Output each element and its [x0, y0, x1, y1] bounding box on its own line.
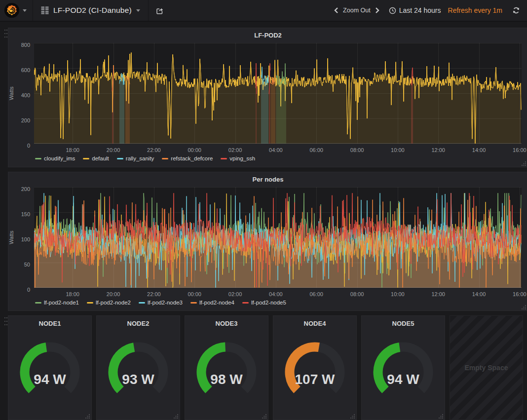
y-tick-label: 200	[21, 186, 30, 192]
refresh-dashboard-button[interactable]	[512, 6, 520, 14]
legend-swatch-icon	[190, 302, 197, 304]
legend-item-lf-pod2-node2[interactable]: lf-pod2-node2	[87, 300, 131, 305]
legend-label: lf-pod2-node1	[44, 300, 79, 305]
y-tick-label: 0	[27, 287, 30, 293]
navbar: LF-POD2 (CI-Danube) Zoom Out Last 2	[0, 0, 527, 22]
share-dashboard-button[interactable]	[149, 0, 171, 21]
panel-title[interactable]: NODE1	[8, 316, 91, 330]
y-tick-label: 0	[27, 143, 30, 149]
x-tick-label: 22:00	[147, 147, 161, 153]
graph-legend: cloudify_imsdefaultrally_sanityrefstack_…	[35, 155, 255, 161]
x-tick-label: 00:00	[188, 291, 201, 297]
y-tick-label: 800	[21, 42, 30, 48]
panel-resize-handle[interactable]	[521, 161, 526, 166]
panel-resize-handle[interactable]	[173, 414, 178, 419]
gauge-panel-node3: NODE398 W	[185, 315, 268, 420]
gauge-panel-node4: NODE4107 W	[273, 315, 357, 420]
legend-label: refstack_defcore	[171, 155, 213, 161]
legend-item-cloudify_ims[interactable]: cloudify_ims	[35, 155, 75, 161]
y-axis-ticks: 050100150200	[15, 187, 32, 288]
gauge-value: 98 W	[210, 372, 243, 387]
legend-item-lf-pod2-node5[interactable]: lf-pod2-node5	[242, 300, 286, 305]
time-range-picker[interactable]: Last 24 hours	[389, 6, 441, 14]
x-tick-label: 10:00	[391, 291, 405, 297]
y-tick-label: 600	[21, 67, 30, 73]
x-tick-label: 06:00	[309, 291, 323, 297]
gauge-panel-node5: NODE594 W	[361, 315, 445, 420]
refresh-icon	[512, 6, 520, 14]
legend-label: lf-pod2-node2	[96, 300, 131, 305]
legend-label: lf-pod2-node5	[251, 300, 286, 305]
chevron-down-icon	[23, 9, 27, 12]
legend-item-lf-pod2-node3[interactable]: lf-pod2-node3	[139, 300, 183, 305]
legend-item-rally_sanity[interactable]: rally_sanity	[117, 155, 154, 161]
legend-label: lf-pod2-node3	[148, 300, 183, 305]
power-graph-canvas[interactable]	[34, 43, 522, 144]
x-tick-label: 14:00	[472, 291, 486, 297]
chevron-left-icon	[334, 7, 339, 14]
panel-lf-pod2: LF-POD2 Watts 0200400600800 18:0020:0022…	[8, 28, 527, 167]
y-axis-label: Watts	[7, 187, 15, 288]
y-tick-label: 200	[21, 117, 30, 123]
legend-item-vping_ssh[interactable]: vping_ssh	[221, 155, 255, 161]
panel-resize-handle[interactable]	[85, 414, 90, 419]
legend-item-lf-pod2-node1[interactable]: lf-pod2-node1	[35, 300, 79, 305]
dashboard-grid: LF-POD2 Watts 0200400600800 18:0020:0022…	[0, 22, 527, 420]
legend-item-refstack_defcore[interactable]: refstack_defcore	[162, 155, 213, 161]
y-tick-label: 50	[24, 262, 30, 267]
legend-item-default[interactable]: default	[83, 155, 109, 161]
y-tick-label: 100	[21, 236, 30, 242]
panel-title[interactable]: LF-POD2	[8, 28, 527, 41]
legend-label: lf-pod2-node4	[199, 300, 234, 305]
time-range-label: Last 24 hours	[399, 6, 441, 14]
chevron-down-icon	[136, 9, 140, 12]
legend-label: default	[92, 155, 109, 161]
legend-label: rally_sanity	[126, 155, 154, 161]
empty-space-panel[interactable]: Empty Space	[450, 315, 523, 420]
legend-item-lf-pod2-node4[interactable]: lf-pod2-node4	[190, 300, 234, 305]
grafana-logo-button[interactable]	[0, 0, 33, 21]
legend-label: cloudify_ims	[44, 155, 75, 161]
nodes-graph-canvas[interactable]	[34, 187, 522, 288]
x-tick-label: 12:00	[431, 147, 445, 153]
gauge-chart: 93 W	[97, 330, 180, 409]
panel-title[interactable]: NODE5	[362, 316, 445, 330]
share-icon	[155, 6, 164, 15]
dashboard-title: LF-POD2 (CI-Danube)	[53, 6, 132, 15]
x-axis-ticks: 18:0020:0022:0000:0002:0004:0006:0008:00…	[34, 146, 522, 153]
time-shift-forward-button[interactable]	[375, 7, 380, 14]
legend-swatch-icon	[242, 302, 249, 304]
dashboard-picker[interactable]: LF-POD2 (CI-Danube)	[33, 0, 149, 21]
x-tick-label: 14:00	[472, 147, 486, 153]
refresh-interval-button[interactable]: Refresh every 1m	[448, 6, 502, 14]
x-tick-label: 18:00	[66, 291, 79, 297]
x-tick-label: 08:00	[350, 147, 364, 153]
gauge-panel-node2: NODE293 W	[96, 315, 180, 420]
gauge-chart: 98 W	[185, 330, 268, 409]
x-tick-label: 04:00	[269, 147, 283, 153]
x-axis-ticks: 18:0020:0022:0000:0002:0004:0006:0008:00…	[34, 290, 522, 298]
legend-swatch-icon	[162, 158, 168, 159]
empty-space-label: Empty Space	[465, 364, 508, 372]
panel-title[interactable]: Per nodes	[8, 172, 527, 185]
zoom-out-button[interactable]: Zoom Out	[343, 7, 371, 14]
time-shift-back-button[interactable]	[334, 7, 339, 14]
panel-title[interactable]: NODE2	[97, 316, 180, 330]
x-tick-label: 08:00	[350, 291, 364, 297]
x-tick-label: 16:00	[513, 147, 527, 153]
row-drag-handle[interactable]	[4, 30, 7, 40]
y-axis-ticks: 0200400600800	[15, 43, 32, 144]
row-drag-handle[interactable]	[4, 317, 7, 328]
panel-resize-handle[interactable]	[262, 414, 266, 419]
clock-icon	[389, 7, 396, 14]
x-tick-label: 10:00	[391, 147, 405, 153]
panel-per-nodes: Per nodes Watts 050100150200 18:0020:002…	[8, 172, 527, 311]
x-tick-label: 20:00	[107, 291, 120, 297]
legend-swatch-icon	[117, 158, 123, 159]
panel-resize-handle[interactable]	[438, 414, 443, 419]
panel-resize-handle[interactable]	[350, 414, 355, 419]
panel-title[interactable]: NODE4	[273, 316, 356, 330]
panel-resize-handle[interactable]	[521, 305, 526, 309]
panel-title[interactable]: NODE3	[185, 316, 268, 330]
x-tick-label: 06:00	[309, 147, 323, 153]
